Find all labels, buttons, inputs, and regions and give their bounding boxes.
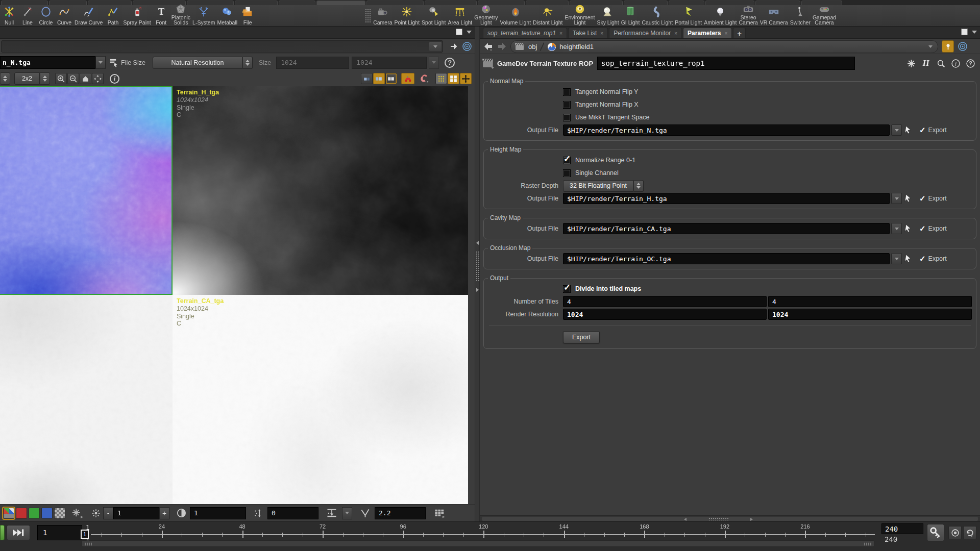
shelf-tool-spot-light[interactable]: Spot Light (421, 5, 447, 26)
size-width-field[interactable]: 1024 (276, 57, 349, 69)
split-two-icon[interactable] (373, 73, 385, 84)
size-dropdown-icon[interactable] (429, 57, 439, 69)
shelf-tool-sky-light[interactable]: Sky Light (596, 5, 620, 26)
link-radar-icon[interactable] (957, 40, 969, 53)
brightness-plus-button[interactable]: + (159, 507, 169, 519)
tab-performance-monitor[interactable]: Performance Monitor× (609, 28, 682, 38)
pane-splitter[interactable] (475, 27, 480, 521)
file-size-icon[interactable] (106, 58, 121, 67)
zoom-in-icon[interactable] (55, 73, 67, 84)
playhead-marker[interactable]: 1 (81, 530, 89, 539)
channel-green-button[interactable] (29, 508, 40, 519)
cavity-output-field[interactable]: $HIP/render/Terrain_CA.tga (563, 223, 890, 234)
undo-icon[interactable] (963, 526, 976, 539)
image-height-map[interactable]: Terrain_H_tga 1024x1024 Single C (173, 86, 468, 295)
normalize-checkbox[interactable]: ✓ (563, 157, 571, 164)
breadcrumb-root[interactable]: obj (528, 43, 537, 51)
tile-pattern-icon[interactable] (435, 73, 447, 84)
export-checkbox[interactable]: ✓ (919, 224, 926, 233)
export-checkbox[interactable]: ✓ (919, 126, 926, 135)
viewer-path-dropdown[interactable] (1, 40, 443, 53)
normal-output-field[interactable]: $HIP/render/Terrain_N.tga (563, 124, 890, 136)
scroll-right-icon[interactable] (750, 518, 753, 521)
search-icon[interactable] (935, 58, 946, 69)
pin-button[interactable] (942, 40, 954, 53)
shelf-tool-platonic-solids[interactable]: Platonic Solids (170, 5, 191, 26)
shelf-tool-geometry-light[interactable]: Geometry Light (473, 5, 499, 26)
brightness-field[interactable]: 1 (113, 507, 159, 519)
resolution-spinner[interactable] (242, 57, 253, 69)
flip-y-checkbox[interactable] (563, 88, 571, 96)
mikkt-checkbox[interactable] (563, 114, 571, 121)
record-icon[interactable] (948, 526, 962, 539)
forward-icon[interactable] (496, 41, 507, 52)
shelf-tool-file[interactable]: File (238, 5, 257, 26)
shelf-tool-volume-light[interactable]: Volume Light (499, 5, 532, 26)
export-checkbox[interactable]: ✓ (919, 194, 926, 203)
breadcrumb-node[interactable]: heightfield1 (559, 43, 594, 51)
tiles-y-field[interactable]: 4 (768, 296, 972, 307)
gamma-field[interactable]: 2.2 (375, 507, 426, 519)
contrast-field[interactable]: 1 (190, 507, 246, 519)
pane-menu-icon[interactable] (467, 31, 472, 34)
splitter-grip[interactable] (476, 251, 480, 282)
image-cavity-map[interactable]: Terrain_CA_tga 1024x1024 Single C (173, 295, 468, 504)
shelf-tool-gi-light[interactable]: GI Light (620, 5, 641, 26)
shelf-tool-environment-light[interactable]: Environment Light (564, 5, 596, 26)
zoom-out-icon[interactable] (67, 73, 79, 84)
normalize-icon[interactable] (322, 508, 342, 518)
tab-take-list[interactable]: Take List× (568, 28, 608, 38)
image-viewer[interactable]: Terrain_H_tga 1024x1024 Single C Terrain… (0, 86, 468, 504)
layout-spinner[interactable] (40, 72, 50, 85)
shelf-tool-font[interactable]: TFont (152, 5, 170, 26)
tab-sop-terrain-texture-rop1[interactable]: sop_terrain_texture_rop1× (483, 28, 567, 38)
breadcrumb-dropdown-icon[interactable] (928, 45, 933, 48)
normalize-dropdown-icon[interactable] (342, 507, 352, 519)
shelf-tool-ambient-light[interactable]: Ambient Light (703, 5, 738, 26)
tiles-x-field[interactable]: 4 (563, 296, 767, 307)
houdini-icon[interactable]: H (920, 58, 932, 69)
shelf-tool-stereo-camera[interactable]: Stereo Camera (738, 5, 758, 26)
shelf-tool-path[interactable]: Path (104, 5, 122, 26)
shelf-tool-switcher[interactable]: Switcher (789, 5, 812, 26)
network-breadcrumb[interactable]: obj heightfield1 (510, 40, 938, 53)
image-occlusion-map[interactable] (0, 295, 173, 504)
image-filename-field[interactable]: n_N.tga (0, 56, 95, 69)
export-button[interactable]: Export (563, 331, 600, 343)
channel-rgba-button[interactable] (3, 508, 14, 519)
info-icon[interactable]: i (950, 58, 961, 69)
shelf-tool-vr-camera[interactable]: VR Camera (759, 5, 789, 26)
link-radar-icon[interactable] (461, 41, 473, 52)
single-channel-checkbox[interactable] (563, 169, 571, 177)
display-options-icon[interactable] (69, 508, 87, 518)
brightness-minus-button[interactable]: - (103, 507, 113, 519)
file-dropdown-icon[interactable] (891, 124, 902, 136)
render-flag-icon[interactable] (401, 73, 414, 84)
rop-node-icon[interactable] (480, 58, 497, 69)
divide-checkbox[interactable]: ✓ (563, 285, 571, 293)
file-dropdown-icon[interactable] (891, 253, 902, 264)
home-view-icon[interactable] (80, 73, 91, 84)
info-icon[interactable]: i (110, 74, 119, 84)
levels-field[interactable]: 0 (267, 507, 318, 519)
occlusion-output-field[interactable]: $HIP/render/Terrain_OC.tga (563, 253, 890, 264)
layout-spinner-left[interactable] (0, 72, 10, 85)
flip-x-checkbox[interactable] (563, 101, 571, 109)
auto-key-button[interactable] (927, 524, 944, 541)
params-scrollbar[interactable] (480, 515, 980, 521)
height-output-field[interactable]: $HIP/render/Terrain_H.tga (563, 193, 890, 204)
file-chooser-icon[interactable] (902, 126, 915, 135)
resolution-x-field[interactable]: 1024 (563, 309, 767, 320)
shelf-tool-portal-light[interactable]: Portal Light (674, 5, 703, 26)
shelf-tool-point-light[interactable]: Point Light (393, 5, 421, 26)
resolution-y-field[interactable]: 1024 (768, 309, 972, 320)
help-icon[interactable]: ? (445, 58, 455, 68)
help-icon[interactable]: ? (965, 58, 976, 69)
fit-view-icon[interactable] (92, 73, 104, 84)
range-end-field[interactable]: 240 (881, 523, 923, 534)
shelf-tool-curve[interactable]: Curve (55, 5, 74, 26)
new-tab-button[interactable]: + (733, 28, 746, 38)
split-grid-icon[interactable] (385, 73, 397, 84)
back-icon[interactable] (483, 41, 494, 52)
tile-grid-icon[interactable] (448, 73, 459, 84)
